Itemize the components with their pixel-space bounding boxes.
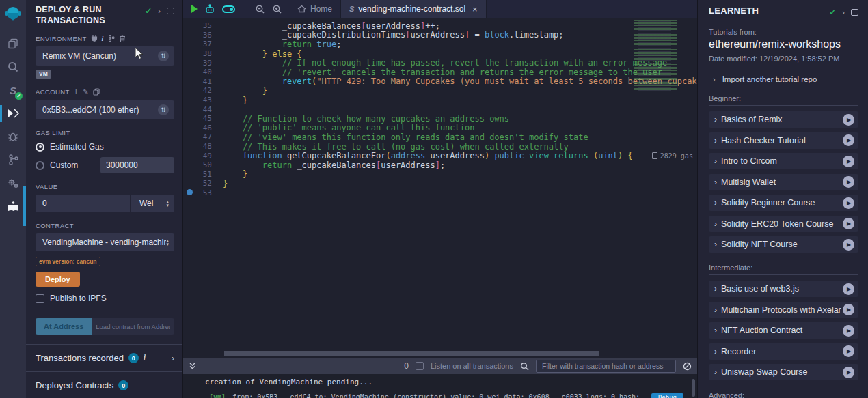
environment-select[interactable]: Remix VM (Cancun) ⇅ xyxy=(36,46,174,66)
play-circle-icon[interactable]: ▶ xyxy=(843,218,854,229)
copilot-toggle[interactable] xyxy=(222,5,235,13)
play-circle-icon[interactable]: ▶ xyxy=(843,239,854,251)
collapse-terminal-icon[interactable] xyxy=(189,362,196,370)
line-number[interactable]: 38 xyxy=(183,49,223,58)
line-number[interactable]: 37 xyxy=(183,40,223,48)
tab-home[interactable]: Home xyxy=(289,0,340,18)
terminal-search-icon[interactable] xyxy=(520,362,529,371)
zoom-out-icon[interactable] xyxy=(255,4,265,14)
zoom-in-icon[interactable] xyxy=(272,4,282,14)
terminal-filter-input[interactable] xyxy=(536,360,676,373)
code-line[interactable]: 47 // 'view' means this function only re… xyxy=(183,132,697,142)
tab-file-sol[interactable]: S vending-machine-contract.sol × xyxy=(340,0,487,18)
fork-environment-icon[interactable] xyxy=(108,35,115,42)
line-number[interactable]: 40 xyxy=(183,68,223,76)
transactions-info-icon[interactable]: i xyxy=(144,353,146,363)
code-line[interactable]: 40 // 'revert' cancels the transaction a… xyxy=(183,68,697,77)
publish-ipfs-checkbox[interactable] xyxy=(36,294,44,303)
line-number[interactable]: 41 xyxy=(183,77,223,86)
at-address-input[interactable] xyxy=(92,318,174,335)
terminal-tx-line[interactable]: [vm] from: 0x5B3...eddC4 to: VendingMach… xyxy=(209,393,683,398)
transactions-recorded-section[interactable]: Transactions recorded 0 i › xyxy=(26,344,182,371)
value-unit-select[interactable]: Wei ▴▾ xyxy=(131,195,174,212)
learneth-chevron-icon[interactable]: › xyxy=(842,8,845,16)
code-line[interactable]: 39 // If not enough time has passed, rev… xyxy=(183,58,697,68)
deployed-contracts-section[interactable]: Deployed Contracts 0 xyxy=(26,371,182,398)
code-line[interactable]: 51 } xyxy=(183,170,697,180)
line-number[interactable]: 53 xyxy=(183,188,223,197)
environment-info-icon[interactable]: i xyxy=(102,35,104,42)
git-icon[interactable] xyxy=(0,148,26,171)
play-circle-icon[interactable]: ▶ xyxy=(843,304,854,315)
line-number[interactable]: 44 xyxy=(183,105,223,114)
trash-icon[interactable] xyxy=(119,35,126,42)
code-line[interactable]: 44 xyxy=(183,104,697,114)
code-line[interactable]: 35 _cupcakeBalances[userAddress]++; xyxy=(183,21,697,31)
search-icon[interactable] xyxy=(0,55,26,79)
close-tab-icon[interactable]: × xyxy=(472,4,478,14)
tutorial-item[interactable]: ›Basic use of web3.js▶ xyxy=(709,281,858,297)
line-number[interactable]: 42 xyxy=(183,86,223,95)
estimated-gas-radio[interactable] xyxy=(36,143,44,152)
tutorial-item[interactable]: ›NFT Auction Contract▶ xyxy=(709,322,858,339)
play-circle-icon[interactable]: ▶ xyxy=(843,367,854,378)
line-number[interactable]: 39 xyxy=(183,59,223,68)
contract-select[interactable]: VendingMachine - vending-machin ▴▾ xyxy=(36,233,174,251)
debugger-icon[interactable] xyxy=(0,125,26,148)
tutorial-item[interactable]: ›Solidity Beginner Course▶ xyxy=(709,195,858,211)
line-number[interactable]: 45 xyxy=(183,114,223,123)
tutorial-item[interactable]: ›Multichain Protocols with Axelar▶ xyxy=(709,302,858,318)
plug-icon[interactable] xyxy=(91,35,98,42)
custom-gas-option[interactable]: Custom xyxy=(36,157,174,173)
tutorial-item[interactable]: ›Multisig Wallet▶ xyxy=(709,174,858,190)
listen-all-checkbox[interactable] xyxy=(416,362,424,370)
code-editor[interactable]: 35 _cupcakeBalances[userAddress]++;36 _c… xyxy=(183,18,697,358)
line-number[interactable]: 51 xyxy=(183,170,223,179)
add-account-icon[interactable]: + xyxy=(74,87,79,96)
learneth-icon[interactable] xyxy=(0,195,26,218)
code-line[interactable]: 37 return true; xyxy=(183,40,697,49)
tutorial-item[interactable]: ›Hash Checker Tutorial▶ xyxy=(709,132,858,149)
code-line[interactable]: 42 } xyxy=(183,86,697,96)
at-address-button[interactable]: At Address xyxy=(36,318,92,335)
custom-gas-radio[interactable] xyxy=(36,161,44,170)
line-number[interactable]: 50 xyxy=(183,160,223,169)
sign-message-icon[interactable]: ✎ xyxy=(83,88,89,96)
tutorial-item[interactable]: ›Recorder▶ xyxy=(709,343,858,360)
code-line[interactable]: 53 xyxy=(183,188,697,198)
line-number[interactable]: 36 xyxy=(183,31,223,40)
code-line[interactable]: 48 // This makes it free to call (no gas… xyxy=(183,142,697,152)
line-number[interactable]: 43 xyxy=(183,96,223,104)
line-number[interactable]: 46 xyxy=(183,124,223,132)
tutorial-item[interactable]: ›Uniswap Swap Course▶ xyxy=(709,364,858,380)
code-line[interactable]: 43 } xyxy=(183,96,697,105)
clear-terminal-icon[interactable] xyxy=(683,362,692,371)
code-line[interactable]: 46 // 'public' means anyone can call thi… xyxy=(183,124,697,133)
settings-icon[interactable] xyxy=(0,171,26,195)
play-circle-icon[interactable]: ▶ xyxy=(843,325,854,337)
account-updown-icon[interactable]: ⇅ xyxy=(158,104,169,115)
line-number[interactable]: 48 xyxy=(183,142,223,151)
line-number[interactable]: 35 xyxy=(183,21,223,30)
panel-layout-icon[interactable] xyxy=(167,8,174,14)
import-repo-toggle[interactable]: › Import another tutorial repo xyxy=(709,75,858,83)
value-input[interactable] xyxy=(36,195,130,212)
play-circle-icon[interactable]: ▶ xyxy=(843,283,854,295)
deploy-button[interactable]: Deploy xyxy=(36,272,80,287)
line-number[interactable]: 47 xyxy=(183,132,223,141)
code-line[interactable]: 52} xyxy=(183,179,697,188)
play-circle-icon[interactable]: ▶ xyxy=(843,197,854,209)
copy-account-icon[interactable] xyxy=(93,88,100,96)
play-circle-icon[interactable]: ▶ xyxy=(843,156,854,167)
code-line[interactable]: 50 return _cupcakeBalances[userAddress]; xyxy=(183,160,697,170)
play-circle-icon[interactable]: ▶ xyxy=(843,345,854,357)
tutorial-item[interactable]: ›Solidity NFT Course▶ xyxy=(709,236,858,253)
code-line[interactable]: 41 revert("HTTP 429: Too Many Cupcakes (… xyxy=(183,77,697,87)
line-number[interactable]: 52 xyxy=(183,179,223,188)
debug-button[interactable]: Debug xyxy=(651,393,683,398)
ai-copilot-icon[interactable] xyxy=(204,4,215,14)
deploy-and-run-icon[interactable] xyxy=(0,102,26,125)
learneth-layout-icon[interactable] xyxy=(851,9,858,16)
code-line[interactable]: 45 // Function to check how many cupcake… xyxy=(183,114,697,124)
custom-gas-input[interactable] xyxy=(100,157,174,173)
